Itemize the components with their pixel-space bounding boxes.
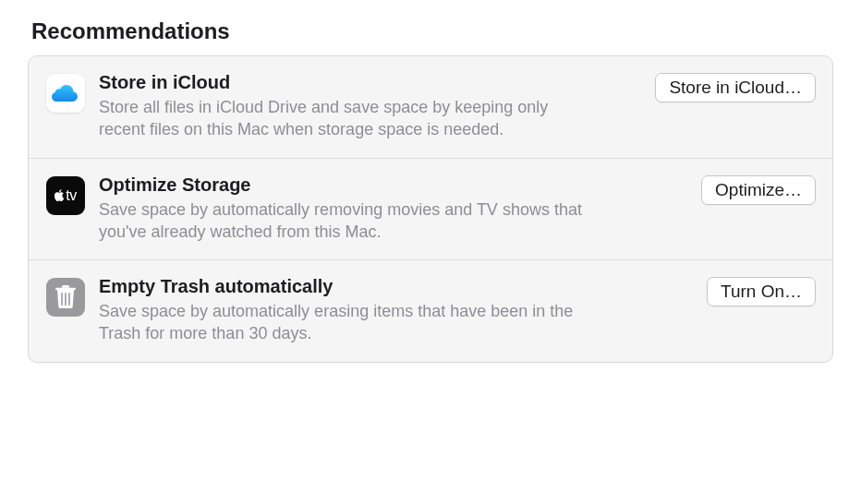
row-action: Optimize…: [701, 174, 816, 205]
row-text: Optimize Storage Save space by automatic…: [99, 174, 688, 244]
trash-icon: [45, 277, 86, 318]
row-empty-trash: Empty Trash automatically Save space by …: [29, 259, 832, 362]
recommendations-panel: Store in iCloud Store all files in iClou…: [28, 55, 833, 363]
row-optimize-storage: tv Optimize Storage Save space by automa…: [29, 158, 832, 260]
icloud-icon: [45, 73, 86, 114]
row-text: Empty Trash automatically Save space by …: [99, 275, 694, 345]
row-title: Store in iCloud: [99, 71, 642, 93]
row-text: Store in iCloud Store all files in iClou…: [99, 71, 642, 141]
row-store-in-icloud: Store in iCloud Store all files in iClou…: [29, 56, 832, 158]
svg-rect-1: [61, 293, 63, 306]
row-title: Empty Trash automatically: [99, 275, 694, 297]
optimize-button[interactable]: Optimize…: [701, 175, 816, 205]
row-action: Turn On…: [707, 275, 816, 306]
svg-rect-0: [55, 288, 76, 291]
row-title: Optimize Storage: [99, 174, 688, 196]
store-in-icloud-button[interactable]: Store in iCloud…: [655, 73, 816, 102]
svg-rect-3: [68, 293, 70, 306]
section-title: Recommendations: [31, 18, 833, 44]
apple-tv-icon: tv: [45, 175, 86, 216]
row-description: Save space by automatically removing mov…: [99, 198, 588, 244]
svg-rect-2: [65, 293, 67, 306]
row-action: Store in iCloud…: [655, 71, 816, 102]
row-description: Save space by automatically erasing item…: [99, 300, 588, 345]
turn-on-button[interactable]: Turn On…: [707, 277, 816, 306]
row-description: Store all files in iCloud Drive and save…: [99, 96, 588, 141]
